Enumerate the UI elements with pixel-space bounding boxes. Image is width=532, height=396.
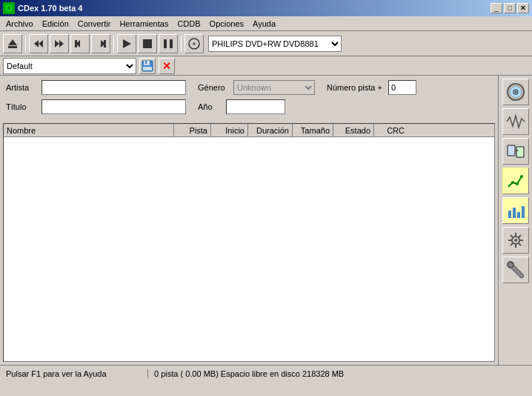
menu-herramientas[interactable]: Herramientas (115, 18, 173, 30)
next-button[interactable] (50, 34, 69, 53)
svg-point-32 (511, 181, 514, 184)
svg-marker-4 (34, 40, 39, 47)
sidebar-cd-button[interactable] (502, 79, 529, 105)
profile-bar: Default ✕ (0, 56, 532, 76)
svg-rect-39 (522, 206, 525, 218)
menu-archivo[interactable]: Archivo (1, 18, 38, 30)
svg-rect-14 (164, 39, 167, 48)
svg-rect-9 (75, 40, 77, 47)
svg-line-47 (519, 243, 521, 245)
svg-rect-27 (508, 145, 515, 156)
drive-select[interactable]: PHILIPS DVD+RW DVD8881 (208, 36, 342, 52)
artista-row: Artista Género Unknown Número pista + (6, 80, 492, 95)
title-bar: CDex 1.70 beta 4 _ □ ✕ (0, 0, 532, 16)
main-content: Artista Género Unknown Número pista + Tí… (0, 76, 532, 365)
year-label: Año (198, 102, 220, 111)
svg-marker-7 (55, 40, 59, 47)
menu-opciones[interactable]: Opciones (205, 18, 248, 30)
drive-select-container: PHILIPS DVD+RW DVD8881 (208, 36, 342, 52)
svg-line-49 (511, 243, 513, 245)
left-panel: Artista Género Unknown Número pista + Tí… (0, 76, 498, 365)
track-body[interactable] (4, 137, 494, 361)
svg-marker-6 (59, 40, 64, 47)
status-help: Pulsar F1 para ver la Ayuda (0, 369, 148, 378)
pause-button[interactable] (159, 34, 178, 53)
svg-point-33 (516, 182, 519, 185)
pista-input[interactable] (388, 80, 416, 95)
status-bar: Pulsar F1 para ver la Ayuda 0 pista ( 0.… (0, 365, 532, 381)
svg-point-1 (7, 7, 10, 10)
toolbar: PHILIPS DVD+RW DVD8881 (0, 31, 532, 56)
svg-rect-21 (145, 61, 147, 64)
sidebar-convert-button[interactable] (502, 138, 529, 165)
track-header: Nombre Pista Inicio Duración Tamaño Esta… (4, 124, 494, 137)
svg-rect-37 (513, 208, 516, 218)
artista-input[interactable] (41, 80, 186, 95)
svg-line-48 (519, 235, 521, 237)
menu-ayuda[interactable]: Ayuda (248, 18, 280, 30)
svg-rect-38 (517, 212, 520, 218)
save-profile-button[interactable] (139, 58, 156, 74)
status-info: 0 pista ( 0.00 MB) Espacio libre en disc… (148, 369, 532, 378)
svg-point-26 (514, 91, 516, 93)
year-input[interactable] (226, 99, 285, 114)
prev-button[interactable] (29, 34, 48, 53)
svg-point-34 (520, 175, 523, 178)
cd-read-button[interactable] (184, 34, 204, 53)
col-estado: Estado (333, 124, 374, 136)
titulo-row: Título Año (6, 99, 492, 114)
toolbar-separator-2 (113, 36, 114, 52)
stop-button[interactable] (138, 34, 157, 53)
titulo-input[interactable] (41, 99, 186, 114)
svg-rect-28 (516, 147, 524, 157)
genre-select[interactable]: Unknown (233, 80, 315, 95)
close-profile-button[interactable]: ✕ (159, 58, 175, 74)
col-tamano: Tamaño (293, 124, 333, 136)
profile-select[interactable]: Default (3, 58, 136, 74)
svg-rect-22 (143, 67, 152, 70)
track-list: Nombre Pista Inicio Duración Tamaño Esta… (3, 123, 495, 362)
menu-edicion[interactable]: Edición (38, 18, 73, 30)
svg-marker-2 (8, 39, 17, 45)
skip-back-button[interactable] (70, 34, 90, 53)
svg-rect-11 (104, 40, 106, 47)
svg-rect-31 (507, 172, 525, 190)
maximize-button[interactable]: □ (504, 3, 516, 13)
col-nombre: Nombre (4, 124, 174, 136)
window-title: CDex 1.70 beta 4 (18, 4, 491, 13)
minimize-button[interactable]: _ (491, 3, 502, 13)
svg-rect-36 (508, 211, 511, 218)
menu-bar: Archivo Edición Convertir Herramientas C… (0, 16, 532, 31)
titulo-label: Título (6, 102, 36, 111)
pista-label: Número pista + (327, 83, 382, 92)
eject-button[interactable] (3, 34, 22, 53)
svg-marker-5 (39, 40, 43, 47)
col-crc: CRC (374, 124, 408, 136)
skip-forward-button[interactable] (91, 34, 110, 53)
sidebar-chart-button[interactable] (502, 168, 529, 194)
close-icon: ✕ (162, 60, 171, 72)
sidebar-chart2-button[interactable] (502, 197, 529, 224)
play-button[interactable] (117, 34, 136, 53)
toolbar-separator-3 (181, 36, 182, 52)
sidebar-waveform-button[interactable] (502, 108, 529, 135)
svg-line-46 (511, 235, 513, 237)
app-icon (3, 2, 15, 14)
right-sidebar (498, 76, 532, 365)
svg-point-18 (193, 43, 195, 44)
sidebar-settings-button[interactable] (502, 227, 529, 254)
menu-cddb[interactable]: CDDB (173, 18, 205, 30)
col-duracion: Duración (248, 124, 293, 136)
svg-rect-3 (8, 46, 17, 48)
svg-point-41 (514, 239, 517, 242)
close-button[interactable]: ✕ (517, 3, 529, 13)
menu-convertir[interactable]: Convertir (73, 18, 116, 30)
metadata-section: Artista Género Unknown Número pista + Tí… (0, 76, 498, 123)
genero-label: Género (198, 83, 227, 92)
artista-label: Artista (6, 83, 36, 92)
svg-marker-12 (123, 39, 131, 48)
svg-rect-15 (170, 39, 173, 48)
window-controls: _ □ ✕ (491, 3, 529, 13)
col-pista: Pista (174, 124, 211, 136)
sidebar-wrench-button[interactable] (502, 257, 529, 283)
